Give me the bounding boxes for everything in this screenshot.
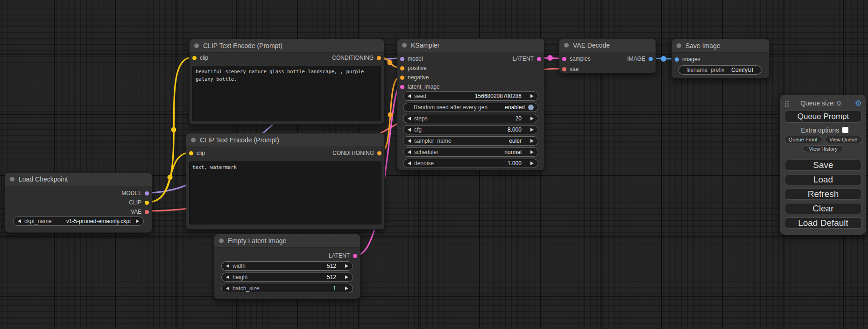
- prompt-textarea[interactable]: beautiful scenery nature glass bottle la…: [192, 66, 381, 121]
- output-label: VAE: [131, 209, 141, 215]
- input-label: samples: [570, 56, 591, 62]
- ckpt-name-widget[interactable]: ckpt_name v1-5-pruned-emaonly.ckpt: [13, 217, 144, 226]
- node-load-checkpoint[interactable]: Load Checkpoint MODEL CLIP VAE ckpt_name…: [5, 172, 152, 233]
- increment-arrow-icon[interactable]: [530, 161, 534, 165]
- increment-arrow-icon[interactable]: [530, 128, 534, 132]
- input-port-latent-image[interactable]: [400, 85, 404, 89]
- width-widget[interactable]: width 512: [221, 261, 353, 271]
- decrement-arrow-icon[interactable]: [408, 161, 411, 165]
- batch-size-widget[interactable]: batch_size 1: [221, 284, 353, 293]
- input-label: negative: [408, 74, 429, 81]
- collapse-dot-icon[interactable]: [677, 43, 681, 48]
- decrement-arrow-icon[interactable]: [226, 287, 229, 290]
- view-queue-button[interactable]: View Queue: [825, 136, 863, 143]
- view-history-button[interactable]: View History: [803, 145, 844, 152]
- decrement-arrow-icon[interactable]: [408, 150, 411, 154]
- node-title-bar[interactable]: CLIP Text Encode (Prompt): [190, 39, 384, 53]
- collapse-dot-icon[interactable]: [564, 43, 569, 48]
- increment-arrow-icon[interactable]: [530, 139, 534, 143]
- node-empty-latent-image[interactable]: Empty Latent Image LATENT width 512 heig…: [214, 234, 360, 299]
- input-port-clip[interactable]: [189, 151, 193, 155]
- sampler-name-widget[interactable]: sampler_name euler: [403, 136, 538, 146]
- queue-front-button[interactable]: Queue Front: [784, 136, 822, 143]
- input-port-positive[interactable]: [400, 66, 404, 70]
- decrement-arrow-icon[interactable]: [408, 117, 411, 120]
- input-port-images[interactable]: [675, 57, 679, 62]
- random-seed-toggle-widget[interactable]: Random seed after every gen enabled: [403, 103, 538, 112]
- collapse-dot-icon[interactable]: [191, 138, 196, 142]
- output-port-conditioning[interactable]: [377, 56, 381, 60]
- input-port-model[interactable]: [400, 57, 404, 61]
- node-clip-text-encode-negative[interactable]: CLIP Text Encode (Prompt) clip CONDITION…: [186, 133, 385, 230]
- gear-icon[interactable]: ⚙: [855, 99, 862, 107]
- node-vae-decode[interactable]: VAE Decode samples IMAGE vae: [559, 38, 656, 73]
- increment-arrow-icon[interactable]: [345, 287, 348, 290]
- output-port-conditioning[interactable]: [377, 151, 381, 155]
- decrement-arrow-icon[interactable]: [408, 128, 411, 132]
- queue-panel: Queue size: 0 ⚙ Queue Prompt Extra optio…: [780, 95, 866, 235]
- queue-prompt-button[interactable]: Queue Prompt: [785, 111, 861, 123]
- port-row: samples IMAGE: [559, 54, 656, 63]
- increment-arrow-icon[interactable]: [345, 275, 348, 279]
- scheduler-widget[interactable]: scheduler normal: [403, 147, 538, 157]
- filename-prefix-widget[interactable]: filename_prefix ComfyUI: [678, 65, 762, 75]
- node-title-bar[interactable]: Load Checkpoint: [5, 173, 152, 186]
- collapse-dot-icon[interactable]: [10, 177, 14, 182]
- node-title-bar[interactable]: Save Image: [672, 39, 769, 53]
- input-port-negative[interactable]: [400, 76, 404, 80]
- node-graph-canvas[interactable]: Load Checkpoint MODEL CLIP VAE ckpt_name…: [0, 0, 868, 329]
- cfg-widget[interactable]: cfg 8.000: [403, 125, 538, 134]
- node-title-bar[interactable]: CLIP Text Encode (Prompt): [186, 133, 384, 147]
- extra-options-label: Extra options: [801, 126, 839, 134]
- link-midpoint-dot: [661, 56, 666, 62]
- seed-widget[interactable]: seed 156680208700286: [403, 91, 538, 101]
- output-port-model[interactable]: [145, 191, 149, 196]
- input-port-clip[interactable]: [192, 56, 197, 60]
- increment-arrow-icon[interactable]: [530, 117, 534, 120]
- denoise-widget[interactable]: denoise 1.000: [403, 159, 538, 168]
- node-title-label: CLIP Text Encode (Prompt): [203, 42, 282, 49]
- output-label: IMAGE: [627, 56, 645, 62]
- widget-label: batch_size: [233, 285, 259, 292]
- increment-arrow-icon[interactable]: [136, 219, 139, 223]
- output-port-image[interactable]: [649, 57, 653, 61]
- node-save-image[interactable]: Save Image images filename_prefix ComfyU…: [671, 39, 769, 78]
- node-ksampler[interactable]: KSampler model LATENT positive negative …: [397, 38, 544, 170]
- refresh-button[interactable]: Refresh: [785, 189, 861, 200]
- collapse-dot-icon[interactable]: [219, 238, 224, 243]
- decrement-arrow-icon[interactable]: [226, 264, 229, 268]
- input-port-samples[interactable]: [562, 57, 566, 61]
- output-port-latent[interactable]: [353, 254, 357, 258]
- output-port-vae[interactable]: [145, 210, 149, 214]
- height-widget[interactable]: height 512: [221, 273, 353, 282]
- widget-value: v1-5-pruned-emaonly.ckpt: [66, 218, 131, 224]
- save-button[interactable]: Save: [785, 160, 861, 171]
- clear-button[interactable]: Clear: [785, 203, 861, 214]
- extra-options-checkbox[interactable]: [842, 127, 848, 133]
- widget-value: enabled: [505, 104, 525, 111]
- node-clip-text-encode-positive[interactable]: CLIP Text Encode (Prompt) clip CONDITION…: [189, 39, 384, 125]
- decrement-arrow-icon[interactable]: [18, 219, 21, 223]
- input-port-vae[interactable]: [562, 67, 566, 71]
- widget-label: height: [233, 274, 248, 280]
- prompt-textarea[interactable]: text, watermark: [189, 161, 381, 224]
- output-port-clip[interactable]: [145, 201, 149, 205]
- increment-arrow-icon[interactable]: [530, 94, 534, 98]
- increment-arrow-icon[interactable]: [345, 264, 348, 268]
- port-row: positive: [397, 63, 544, 73]
- collapse-dot-icon[interactable]: [194, 43, 199, 48]
- decrement-arrow-icon[interactable]: [408, 94, 411, 98]
- node-title-bar[interactable]: KSampler: [397, 39, 544, 52]
- increment-arrow-icon[interactable]: [530, 150, 534, 154]
- decrement-arrow-icon[interactable]: [226, 275, 229, 279]
- output-port-latent[interactable]: [537, 57, 541, 61]
- steps-widget[interactable]: steps 20: [403, 114, 538, 123]
- node-title-bar[interactable]: Empty Latent Image: [214, 234, 360, 248]
- load-default-button[interactable]: Load Default: [785, 217, 861, 229]
- load-button[interactable]: Load: [785, 174, 861, 185]
- input-label: latent_image: [408, 84, 440, 90]
- node-title-bar[interactable]: VAE Decode: [559, 39, 656, 52]
- toggle-icon[interactable]: [528, 105, 534, 110]
- collapse-dot-icon[interactable]: [402, 43, 407, 48]
- decrement-arrow-icon[interactable]: [408, 139, 411, 143]
